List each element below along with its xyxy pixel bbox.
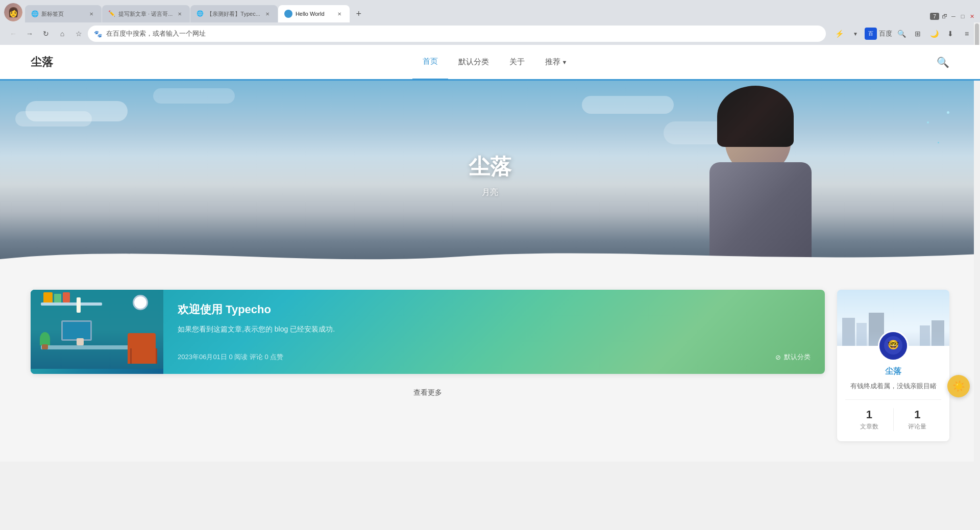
hero-text-block: 尘落 月亮 [469,153,511,198]
tab-favicon-2: ✏️ [108,10,115,17]
tab-close-3[interactable]: ✕ [263,10,272,18]
clock-icon [133,295,148,310]
monitor-icon [61,320,92,341]
stat-comments-num: 1 [894,408,942,421]
nav-recommend-label: 推荐 [545,57,560,67]
sidebar: 🤓 尘落 有钱终成着属，没钱亲眼目睹 1 文章数 1 [837,290,949,441]
plant-leaves [40,332,50,345]
menu-icon[interactable]: ≡ [960,27,974,41]
tab-favicon-4 [284,10,292,18]
cup [77,338,84,345]
stat-articles-num: 1 [845,408,893,421]
tab-favicon-3: 🌐 [197,10,204,17]
restore-button[interactable]: 🗗 [940,12,948,20]
shelf-book-3 [63,292,70,302]
tab-count: 7 [930,13,939,20]
chair [128,333,156,364]
plant-pot [42,344,48,349]
widget-stats: 1 文章数 1 评论量 [845,399,941,431]
dropdown-arrow[interactable]: ▼ [848,27,863,41]
stat-articles-label: 文章数 [845,422,893,431]
home-button[interactable]: ⌂ [55,27,69,41]
bookmark-button[interactable]: ☆ [71,27,86,41]
address-text: 在百度中搜索，或者输入一个网址 [106,29,820,38]
star-2 [938,142,939,143]
load-more-button[interactable]: 查看更多 [31,374,825,412]
widget-username: 尘落 [845,366,941,377]
tab-close-2[interactable]: ✕ [176,10,184,18]
shelf-book-1 [43,292,53,302]
tab-1[interactable]: 🌐 新标签页 ✕ [25,5,102,22]
nav-default-category[interactable]: 默认分类 [448,44,499,80]
shelf-book-2 [54,294,61,302]
new-tab-button[interactable]: + [350,5,368,22]
night-mode-icon[interactable]: 🌙 [927,27,941,41]
posts-area: 欢迎使用 Typecho 如果您看到这篇文章,表示您的 blog 已经安装成功.… [31,290,825,441]
stat-comments-label: 评论量 [894,422,942,431]
reload-button[interactable]: ↻ [39,27,53,41]
tab-title-1: 新标签页 [41,10,84,18]
forward-button[interactable]: → [22,27,37,41]
tab-close-4[interactable]: ✕ [335,10,344,18]
scrollbar[interactable] [974,22,980,530]
address-baidu-icon: 🐾 [94,30,102,38]
widget-banner: 🤓 [837,290,949,346]
cloud-5 [153,88,235,104]
browser-chrome: 👩 🌐 新标签页 ✕ ✏️ 提写新文章 · 诺言哥... ✕ 🌐 【亲测好看】T… [0,0,980,45]
post-image [31,290,163,374]
site-nav: 首页 默认分类 关于 推荐 ▼ [412,44,578,80]
widget-bio: 有钱终成着属，没钱亲眼目睹 [845,381,941,391]
hero-wave [0,239,980,269]
tab-2[interactable]: ✏️ 提写新文章 · 诺言哥... ✕ [102,5,190,22]
nav-recommend[interactable]: 推荐 ▼ [535,44,578,80]
search-right-icon[interactable]: 🔍 [894,27,909,41]
post-category[interactable]: ⊘ 默认分类 [775,352,811,362]
tab-favicon-1: 🌐 [31,10,38,17]
close-button[interactable]: ✕ [968,12,976,20]
back-button[interactable]: ← [6,27,20,41]
chair-leg-1 [156,348,157,364]
website: 尘落 首页 默认分类 关于 推荐 ▼ 🔍 [0,45,980,462]
stat-articles: 1 文章数 [845,408,893,431]
sidebar-widget: 🤓 尘落 有钱终成着属，没钱亲眼目睹 1 文章数 1 [837,290,949,441]
baidu-label: 百度 [879,29,892,38]
address-bar[interactable]: 🐾 在百度中搜索，或者输入一个网址 [88,26,826,42]
tab-title-2: 提写新文章 · 诺言哥... [118,10,173,18]
hero-subtitle: 月亮 [469,187,511,198]
lightning-icon[interactable]: ⚡ [832,27,846,41]
desk-illustration [31,290,163,369]
tab-title-3: 【亲测好看】Typec... [207,10,260,18]
chair-leg-2 [130,348,132,364]
nav-dropdown-arrow: ▼ [562,59,568,65]
nav-home[interactable]: 首页 [412,44,448,80]
extensions-icon[interactable]: ⊞ [911,27,925,41]
post-meta: 2023年06月01日 0 阅读 评论 0 点赞 ⊘ 默认分类 [178,352,811,362]
tab-4-hello-world[interactable]: Hello World ✕ [278,5,350,22]
star-1 [927,121,929,123]
main-content: 欢迎使用 Typecho 如果您看到这篇文章,表示您的 blog 已经安装成功.… [0,269,980,462]
shelf [41,302,102,306]
minimize-button[interactable]: ─ [949,12,958,20]
site-header: 尘落 首页 默认分类 关于 推荐 ▼ 🔍 [0,45,980,81]
site-logo[interactable]: 尘落 [31,55,53,70]
lamp-icon [77,297,81,313]
baidu-icon[interactable]: 百 [865,28,877,40]
tab-3[interactable]: 🌐 【亲测好看】Typec... ✕ [190,5,278,22]
header-search-button[interactable]: 🔍 [937,56,949,68]
sidebar-avatar: 🤓 [878,331,909,361]
download-icon[interactable]: ⬇ [943,27,958,41]
post-date: 2023年06月01日 0 阅读 评论 0 点赞 [178,352,283,362]
post-title[interactable]: 欢迎使用 Typecho [178,302,811,317]
theme-toggle-button[interactable]: ☀️ [947,375,970,397]
nav-about[interactable]: 关于 [499,44,535,80]
maximize-button[interactable]: □ [959,12,967,20]
stat-comments: 1 评论量 [893,408,942,431]
tab-close-1[interactable]: ✕ [87,10,95,18]
post-body: 欢迎使用 Typecho 如果您看到这篇文章,表示您的 blog 已经安装成功.… [163,290,825,374]
profile-avatar[interactable]: 👩 [4,3,22,21]
cloud-2 [15,111,92,127]
tab-title-4: Hello World [296,11,332,17]
category-icon: ⊘ [775,354,781,361]
browser-toolbar: ← → ↻ ⌂ ☆ 🐾 在百度中搜索，或者输入一个网址 ⚡ ▼ 百 百度 🔍 ⊞… [0,22,980,45]
post-excerpt: 如果您看到这篇文章,表示您的 blog 已经安装成功. [178,323,811,335]
